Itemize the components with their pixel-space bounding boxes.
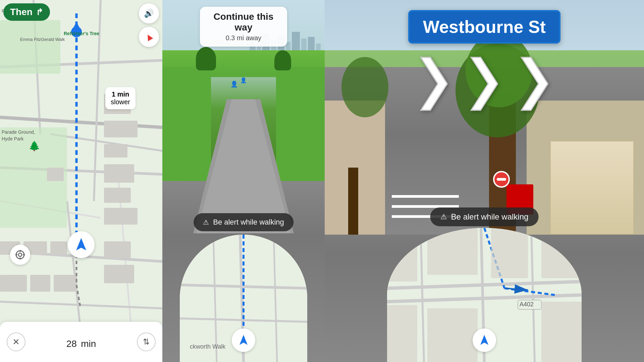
compass-icon: ▲ xyxy=(142,29,156,44)
close-icon: ✕ xyxy=(12,337,20,347)
svg-rect-78 xyxy=(387,305,417,362)
alert-banner-right: ⚠ Be alert while walking xyxy=(430,207,539,226)
svg-rect-17 xyxy=(104,164,134,183)
svg-rect-16 xyxy=(104,144,127,158)
map-panel: 🌲 Then ↱ 🔊 ▲ Reformer's Tree Emma FitzGe… xyxy=(0,0,162,362)
svg-rect-15 xyxy=(104,121,138,137)
compass-button[interactable]: ▲ xyxy=(139,27,159,47)
continue-banner: Continue this way 0.3 mi away xyxy=(200,7,287,47)
svg-marker-62 xyxy=(239,335,248,345)
svg-marker-65 xyxy=(522,57,548,110)
street-name: Westbourne St xyxy=(423,17,546,37)
route-options-button[interactable]: ⇅ xyxy=(137,333,156,351)
ar-chevron-2 xyxy=(463,50,506,117)
svg-text:ckworth Walk: ckworth Walk xyxy=(190,343,226,350)
time-value: 28 xyxy=(66,339,77,349)
svg-marker-84 xyxy=(480,335,488,345)
svg-rect-83 xyxy=(541,302,582,362)
close-button[interactable]: ✕ xyxy=(7,333,25,351)
svg-rect-80 xyxy=(427,308,478,362)
then-label: Then xyxy=(10,7,33,17)
svg-text:A402: A402 xyxy=(520,301,534,308)
slower-sub: slower xyxy=(111,98,130,106)
svg-rect-28 xyxy=(54,275,77,292)
svg-rect-24 xyxy=(104,241,131,258)
svg-marker-35 xyxy=(76,238,86,250)
time-display: 28 min xyxy=(66,334,96,350)
alert-label-middle: Be alert while walking xyxy=(213,218,284,227)
street-sign: Westbourne St xyxy=(408,10,560,44)
map-label-reformers-tree: Reformer's Tree xyxy=(64,31,99,36)
time-unit: min xyxy=(81,339,96,349)
sound-button[interactable]: 🔊 xyxy=(139,3,159,23)
svg-marker-63 xyxy=(421,57,447,110)
alert-banner-middle: ⚠ Be alert while walking xyxy=(194,213,293,231)
alert-label-right: Be alert while walking xyxy=(451,212,529,222)
ar-chevron-3 xyxy=(513,50,556,117)
svg-marker-64 xyxy=(471,57,498,110)
sound-icon: 🔊 xyxy=(144,9,154,18)
svg-rect-27 xyxy=(30,275,50,292)
ar-chevron-1 xyxy=(412,50,456,117)
svg-rect-23 xyxy=(50,241,67,255)
tree-right xyxy=(274,50,291,70)
person-silhouette-2: 👤 xyxy=(240,77,247,83)
navigation-arrow-map xyxy=(68,231,95,258)
mini-map-middle: ckworth Walk xyxy=(180,235,307,362)
svg-rect-25 xyxy=(104,265,134,283)
person-silhouette: 👤 xyxy=(230,80,238,88)
mini-map-right: A402 xyxy=(387,228,582,362)
svg-point-37 xyxy=(18,253,22,256)
alert-icon-right: ⚠ xyxy=(440,213,447,221)
svg-rect-12 xyxy=(0,20,60,74)
continue-title: Continue this way xyxy=(208,11,279,33)
svg-rect-20 xyxy=(47,168,64,181)
ar-street-panel: Westbourne St ⚠ Be alert while walking xyxy=(325,0,644,362)
map-label-parade-ground: Parade Ground,Hyde Park xyxy=(2,129,35,142)
svg-rect-26 xyxy=(0,275,27,292)
svg-rect-18 xyxy=(104,188,131,203)
mini-map-nav-arrow-right xyxy=(473,328,496,352)
map-label-fitzgerald: Emma FitzGerald Walk xyxy=(20,37,65,42)
bottom-navigation-bar: ✕ 28 min ⇅ xyxy=(0,322,162,362)
continue-sub: 0.3 mi away xyxy=(208,34,279,42)
svg-rect-81 xyxy=(491,228,528,278)
then-arrow-icon: ↱ xyxy=(36,7,43,17)
route-options-icon: ⇅ xyxy=(143,337,150,347)
ar-park-panel: 👤 👤 Continue this way 0.3 mi away ⚠ Be a… xyxy=(162,0,325,362)
tree-left xyxy=(196,47,216,70)
location-target-button[interactable] xyxy=(10,245,30,265)
slower-label: 1 min xyxy=(111,90,130,98)
alert-icon-middle: ⚠ xyxy=(203,218,209,226)
then-button[interactable]: Then ↱ xyxy=(3,3,50,21)
slower-tooltip: 1 min slower xyxy=(105,87,136,109)
ar-arrows-container xyxy=(412,50,556,117)
mini-map-nav-arrow-middle xyxy=(232,328,255,352)
svg-rect-19 xyxy=(104,208,138,225)
